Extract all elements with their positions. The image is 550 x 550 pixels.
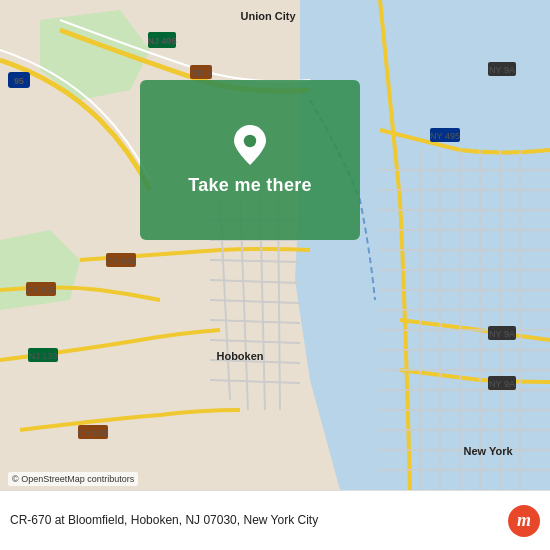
location-pin-icon [230, 125, 270, 165]
svg-point-69 [244, 134, 256, 146]
svg-text:CR 639: CR 639 [78, 428, 109, 438]
address-text: CR-670 at Bloomfield, Hoboken, NJ 07030,… [10, 512, 500, 529]
svg-text:NJ 139: NJ 139 [29, 351, 58, 361]
map-container: 95 NJ 495 CR 5 CR 681 CR 653 NJ 139 CR 6… [0, 0, 550, 490]
svg-text:NY 9A: NY 9A [489, 379, 515, 389]
svg-text:NJ 495: NJ 495 [147, 36, 176, 46]
svg-text:CR 681: CR 681 [106, 256, 137, 266]
moovit-icon: m [508, 505, 540, 537]
take-me-there-button[interactable]: Take me there [188, 175, 312, 196]
info-bar: CR-670 at Bloomfield, Hoboken, NJ 07030,… [0, 490, 550, 550]
svg-text:CR 5: CR 5 [191, 68, 212, 78]
take-me-there-overlay[interactable]: Take me there [140, 80, 360, 240]
svg-text:New York: New York [463, 445, 513, 457]
svg-text:95: 95 [14, 76, 24, 86]
svg-text:Union City: Union City [241, 10, 297, 22]
svg-text:NY 9A: NY 9A [489, 65, 515, 75]
svg-text:CR 653: CR 653 [26, 285, 57, 295]
osm-attribution: © OpenStreetMap contributors [8, 472, 138, 486]
svg-text:Hoboken: Hoboken [216, 350, 263, 362]
svg-text:NY 9A: NY 9A [489, 329, 515, 339]
svg-text:NY 495: NY 495 [430, 131, 460, 141]
moovit-logo: m [508, 505, 540, 537]
